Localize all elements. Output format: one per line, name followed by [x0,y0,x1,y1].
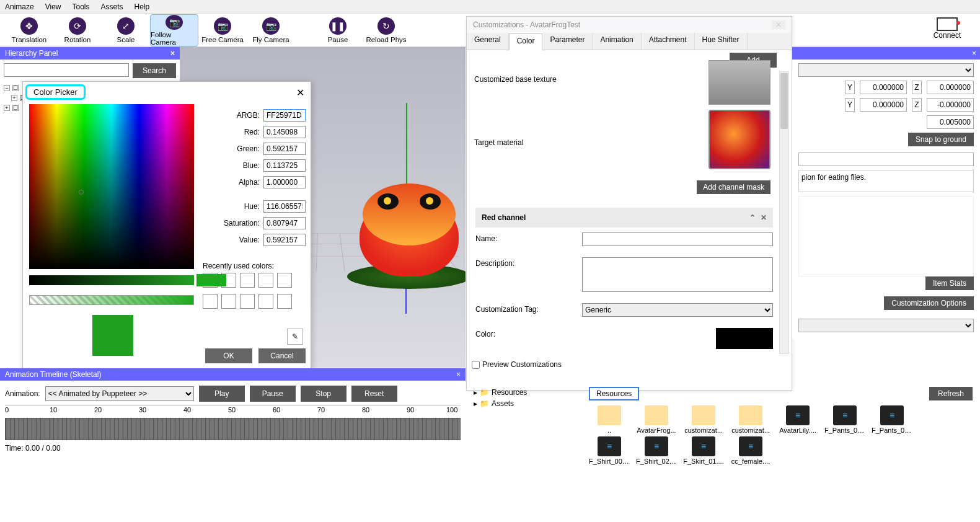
resource-item[interactable]: ≡cc_female.... [730,436,771,465]
recent-colors-label: Recently used colors: [203,262,274,270]
base-texture-thumbnail[interactable] [709,60,770,105]
customizations-close-icon[interactable]: ✕ [772,20,785,29]
hierarchy-search-button[interactable]: Search [133,63,176,78]
color-swatch[interactable] [203,294,218,309]
hierarchy-search-input[interactable] [4,63,129,77]
cancel-button[interactable]: Cancel [258,348,306,363]
resource-label: F_Pants_03... [872,427,912,434]
add-channel-mask-button[interactable]: Add channel mask [697,180,770,194]
toolbar-fly-camera[interactable]: 📷Fly Camera [247,14,295,46]
color-field[interactable] [29,104,194,269]
customization-options-button[interactable]: Customization Options [884,296,974,310]
resource-item[interactable]: ≡F_Skirt_01.... [683,436,724,465]
toolbar-label: Follow Camera [151,31,198,46]
color-swatch-button[interactable] [716,328,773,349]
color-swatch[interactable] [277,273,292,288]
play-button[interactable]: Play [199,386,245,402]
hierarchy-close-icon[interactable]: × [170,49,175,58]
color-picker-close-icon[interactable]: ✕ [296,87,304,99]
y-input[interactable] [860,81,907,94]
scrollbar[interactable] [779,71,789,354]
stop-button[interactable]: Stop [301,386,347,402]
menu-animaze[interactable]: Animaze [5,2,34,11]
toolbar-reload-phys[interactable]: ↻Reload Phys [362,14,410,46]
asset-tree-resources[interactable]: ▸📁Resources [474,387,585,398]
resource-item[interactable]: ≡F_Shirt_02.... [636,436,677,465]
saturation-input[interactable] [263,217,306,229]
snap-to-ground-button[interactable]: Snap to ground [908,133,974,146]
tab-general[interactable]: General [467,33,509,50]
inspector-description[interactable]: pion for eating flies. [798,170,974,192]
value-input[interactable] [263,234,306,246]
color-swatch[interactable] [221,294,236,309]
tab-color[interactable]: Color [509,33,543,50]
menu-view[interactable]: View [45,2,61,11]
color-swatch[interactable] [240,294,255,309]
toolbar-follow-camera[interactable]: 📷Follow Camera [150,14,198,46]
alpha-slider[interactable] [29,295,194,305]
y-input[interactable] [860,98,907,112]
preview-customizations-checkbox[interactable] [472,361,480,369]
inspector-name-input[interactable] [798,153,974,166]
remove-channel-icon[interactable]: ✕ [761,213,767,222]
ok-button[interactable]: OK [205,348,252,363]
red-channel-header[interactable]: Red channel ⌃✕ [475,208,773,228]
description-input[interactable] [582,257,773,292]
rotation-row: Y Z [798,98,974,112]
timeline-track[interactable] [5,418,461,440]
inspector-close-icon[interactable]: × [972,49,976,58]
item-stats-button[interactable]: Item Stats [925,276,974,290]
tab-hue-shifter[interactable]: Hue Shifter [695,33,748,50]
tab-attachment[interactable]: Attachment [642,33,695,50]
animation-select[interactable]: << Animated by Puppeteer >> [45,386,194,401]
toolbar-free-camera[interactable]: 📷Free Camera [198,14,247,46]
inspector-bottom-combo[interactable] [798,319,974,332]
z-input[interactable] [927,81,974,94]
collapse-icon[interactable]: ⌃ [749,213,756,222]
red-label: Red: [244,128,260,136]
inspector-combo[interactable] [798,63,974,77]
alpha-input[interactable] [263,176,306,188]
name-input[interactable] [582,232,773,246]
menu-assets[interactable]: Assets [101,2,123,11]
eyedropper-button[interactable]: ✎ [287,329,303,345]
pause-button[interactable]: Pause [250,386,296,402]
timeline-close-icon[interactable]: × [456,370,461,379]
resource-item[interactable]: customizat... [683,405,724,434]
z-input[interactable] [927,98,974,112]
argb-input[interactable] [263,109,306,122]
timeline-ruler[interactable]: 0 10 20 30 40 50 60 70 80 90 100 [5,405,461,418]
toolbar-pause[interactable]: ❚❚Pause [314,14,362,46]
asset-tree-assets[interactable]: ▸📁Assets [474,398,585,409]
resource-item[interactable]: ≡F_Pants_03... [872,405,912,434]
target-material-thumbnail[interactable] [709,110,770,169]
menu-help[interactable]: Help [135,2,150,11]
tag-select[interactable]: Generic [582,303,773,317]
connect-button[interactable]: Connect [924,17,970,40]
value-slider[interactable] [29,275,194,285]
resource-item[interactable]: AvatarFrog... [636,405,677,434]
menu-tools[interactable]: Tools [72,2,89,11]
resource-item[interactable]: .. [589,405,630,434]
tab-animation[interactable]: Animation [593,33,641,50]
toolbar-translation[interactable]: ✥Translation [5,14,53,46]
resource-item[interactable]: customizat... [730,405,771,434]
resource-item[interactable]: ≡AvatarLily.... [777,405,818,434]
color-swatch[interactable] [240,273,255,288]
red-channel-label: Red channel [482,213,526,222]
blue-input[interactable] [263,159,306,172]
tab-parameter[interactable]: Parameter [542,33,593,50]
color-swatch[interactable] [277,294,292,309]
hue-input[interactable] [263,200,306,213]
color-swatch[interactable] [258,273,273,288]
resources-tab[interactable]: Resources [589,387,639,400]
toolbar-scale[interactable]: ⤢Scale [102,14,150,46]
reset-button[interactable]: Reset [351,386,397,402]
resource-item[interactable]: ≡F_Pants_00... [824,405,865,434]
toolbar-rotation[interactable]: ⟳Rotation [53,14,102,46]
red-input[interactable] [263,126,306,138]
color-swatch[interactable] [258,294,273,309]
resource-item[interactable]: ≡F_Shirt_00.... [589,436,630,465]
green-input[interactable] [263,143,306,155]
scale-input[interactable] [927,115,974,129]
